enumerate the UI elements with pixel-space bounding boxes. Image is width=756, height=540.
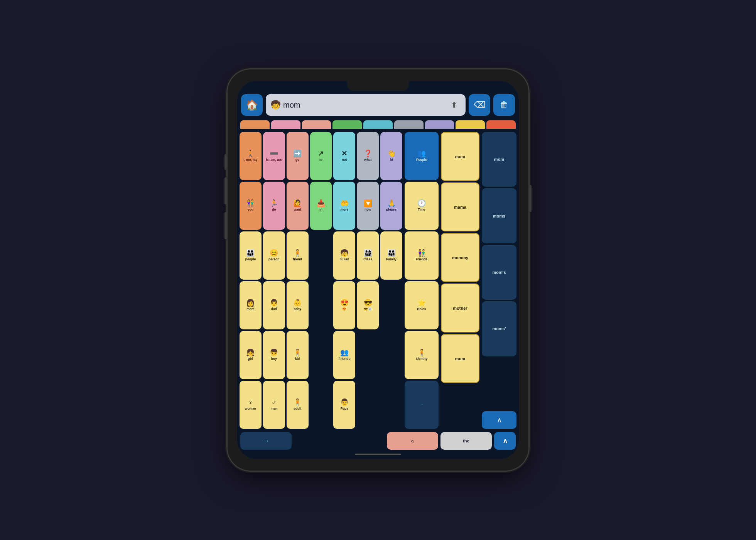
dad-icon: 👨	[270, 299, 278, 306]
class-label: Class	[363, 257, 372, 261]
category-tab-orange[interactable]	[240, 120, 270, 129]
category-tab-teal[interactable]	[363, 120, 393, 129]
cell-friends[interactable]: 👥 Friends	[333, 331, 355, 379]
power-button[interactable]	[529, 185, 532, 212]
cell-woman[interactable]: ♀ woman	[240, 381, 262, 429]
category-tab-yellow[interactable]	[456, 120, 485, 129]
cell-you[interactable]: 👫 you	[240, 182, 262, 230]
cell-do[interactable]: 🏃 do	[263, 182, 285, 230]
cell-hi[interactable]: 👋 hi	[380, 132, 402, 180]
delete-button[interactable]: ⌫	[469, 94, 490, 116]
cell-not[interactable]: ✕ not	[333, 132, 355, 180]
scroll-up-button[interactable]: ∧	[482, 411, 516, 429]
friends-cat-label: Friends	[416, 257, 428, 261]
time-cat-label: Time	[418, 208, 425, 211]
category-tab-red[interactable]	[486, 120, 516, 129]
cell-to[interactable]: ↗ to	[310, 132, 332, 180]
category-tab-green[interactable]	[332, 120, 362, 129]
suggestion-mommy[interactable]: mommy	[441, 233, 479, 282]
bottom-up-icon: ∧	[503, 437, 508, 445]
cell-mom[interactable]: 👩 mom	[240, 281, 262, 329]
share-icon[interactable]: ⬆	[447, 98, 461, 112]
julian-icon: 🧒	[340, 250, 349, 256]
do-icon: 🏃	[270, 200, 278, 207]
bottom-arrow-cell[interactable]: →	[240, 432, 292, 450]
cell-empty-r4c4	[310, 281, 332, 329]
class-icon: 👨‍👩‍👧‍👦	[364, 250, 372, 256]
category-tab-pink[interactable]	[271, 120, 300, 129]
cell-man[interactable]: ♂ man	[263, 381, 285, 429]
family-label: Family	[386, 257, 397, 261]
cell-family[interactable]: 👨‍👩‍👧 Family	[380, 231, 402, 280]
what-icon: ❓	[364, 150, 372, 157]
app-screen: 🏠 🧒 mom ⬆ ⌫ 🗑	[237, 81, 519, 459]
cell-baby[interactable]: 👶 baby	[287, 281, 309, 329]
cell-emoji-heart[interactable]: 😍 😍	[333, 281, 355, 329]
cell-person[interactable]: 😊 person	[263, 231, 285, 280]
suggestion-mom[interactable]: mom	[441, 132, 479, 181]
cell-empty-r4c7	[380, 281, 402, 329]
cell-adult[interactable]: 🧍 adult	[287, 381, 309, 429]
cell-class[interactable]: 👨‍👩‍👧‍👦 Class	[357, 231, 379, 280]
volume-down-button[interactable]	[224, 177, 226, 204]
text-display-bar[interactable]: 🧒 mom ⬆	[266, 94, 466, 116]
cell-friends-cat[interactable]: 👫 Friends	[405, 231, 439, 280]
category-tab-gray[interactable]	[394, 120, 424, 129]
word-form-moms[interactable]: moms	[482, 188, 516, 243]
word-form-moms-apos[interactable]: mom's	[482, 245, 516, 300]
kid-label: kid	[295, 357, 300, 361]
home-button[interactable]: 🏠	[241, 94, 263, 116]
friend-icon: 🧍	[293, 250, 302, 256]
suggestion-mama[interactable]: mama	[441, 182, 479, 231]
suggestion-mother[interactable]: mother	[441, 284, 479, 332]
cell-how[interactable]: 🔽 how	[357, 182, 379, 230]
word-form-mom[interactable]: mom	[482, 132, 516, 187]
bottom-the-cell[interactable]: the	[440, 432, 492, 450]
please-label: please	[386, 208, 396, 211]
friend-label: friend	[293, 257, 302, 261]
symbol-grid: 🚶 I, me, my ➖ is, am, are ➡️ go ↗ to	[240, 132, 402, 429]
more-icon: 🤲	[340, 200, 349, 207]
cell-people-cat[interactable]: 👥 People	[405, 132, 439, 180]
cell-people[interactable]: 👨‍👩‍👧 people	[240, 231, 262, 280]
cell-identity-cat[interactable]: 🧍 Identity	[405, 331, 439, 379]
adult-label: adult	[294, 407, 301, 410]
word-form-moms-apos-end[interactable]: moms'	[482, 301, 516, 356]
volume-up-button[interactable]	[224, 154, 226, 170]
cell-more[interactable]: 🤲 more	[333, 182, 355, 230]
cell-arrow-cat[interactable]: →	[405, 381, 439, 429]
bottom-up-button[interactable]: ∧	[494, 432, 516, 450]
bottom-a-cell[interactable]: a	[387, 432, 438, 450]
what-label: what	[364, 158, 371, 162]
cell-girl[interactable]: 👧 girl	[240, 331, 262, 379]
cell-boy[interactable]: 👦 boy	[263, 331, 285, 379]
suggestion-mum-label: mum	[455, 356, 465, 361]
cell-julian[interactable]: 🧒 Julian	[333, 231, 355, 280]
cell-emoji-skull[interactable]: 😎 😎💀	[357, 281, 379, 329]
cell-dad[interactable]: 👨 dad	[263, 281, 285, 329]
bottom-the-label: the	[463, 439, 469, 443]
cell-is-am-are[interactable]: ➖ is, am, are	[263, 132, 285, 180]
cell-friend[interactable]: 🧍 friend	[287, 231, 309, 280]
girl-icon: 👧	[246, 349, 255, 356]
suggestion-mum[interactable]: mum	[441, 334, 479, 383]
trash-button[interactable]: 🗑	[493, 94, 515, 116]
phone-screen: 🏠 🧒 mom ⬆ ⌫ 🗑	[237, 81, 519, 459]
mute-button[interactable]	[224, 212, 226, 239]
cell-kid[interactable]: 🧍 kid	[287, 331, 309, 379]
cell-i-me-my[interactable]: 🚶 I, me, my	[240, 132, 262, 180]
cell-please[interactable]: 🙏 please	[380, 182, 402, 230]
cell-want[interactable]: 🙋 want	[287, 182, 309, 230]
cell-time-cat[interactable]: 🕐 Time	[405, 182, 439, 230]
cell-empty-r5c6	[357, 331, 379, 379]
cell-what[interactable]: ❓ what	[357, 132, 379, 180]
top-bar: 🏠 🧒 mom ⬆ ⌫ 🗑	[237, 91, 519, 119]
cell-in[interactable]: 📥 in	[310, 182, 332, 230]
emoji-heart-icon: 😍	[340, 299, 349, 306]
cell-roles-cat[interactable]: ⭐ Roles	[405, 281, 439, 329]
people-icon: 👨‍👩‍👧	[246, 250, 255, 256]
cell-papa[interactable]: 👨 Papa	[333, 381, 355, 429]
category-tab-lavender[interactable]	[425, 120, 454, 129]
category-tab-salmon[interactable]	[302, 120, 331, 129]
cell-go[interactable]: ➡️ go	[287, 132, 309, 180]
